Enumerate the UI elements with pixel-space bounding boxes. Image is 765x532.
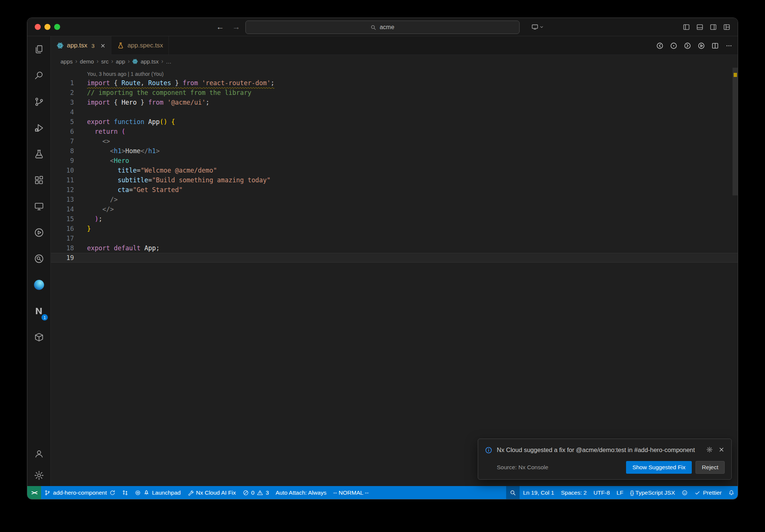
account-icon (34, 448, 44, 459)
navigate-back-arrow-icon[interactable]: ← (216, 22, 224, 31)
code-line-2[interactable]: 2// importing the component from the lib… (51, 88, 738, 98)
breadcrumb-item-apps[interactable]: apps (61, 58, 73, 65)
status-eol-label: LF (617, 489, 623, 496)
status-git-compare[interactable] (119, 486, 131, 499)
code-line-13[interactable]: 13 /> (51, 195, 738, 204)
zoom-window-button[interactable] (54, 24, 60, 30)
code-line-1[interactable]: 1import { Route, Routes } from 'react-ro… (51, 78, 738, 88)
activity-code-search[interactable] (27, 245, 50, 272)
code-line-12[interactable]: 12 cta="Get Started" (51, 185, 738, 195)
chevron-down-icon (539, 25, 544, 29)
title-bar[interactable]: ← → acme (27, 18, 738, 36)
activity-edge-devtools[interactable] (27, 272, 50, 298)
run-file-icon[interactable] (698, 42, 705, 49)
code-editor[interactable]: You, 3 hours ago | 1 author (You) 1impor… (51, 68, 738, 486)
status-indentation[interactable]: Spaces: 2 (558, 486, 590, 499)
status-zoom[interactable] (506, 486, 520, 499)
status-git-branch[interactable]: add-hero-component (41, 486, 119, 499)
code-line-19[interactable]: 19 (51, 253, 738, 263)
reject-button[interactable]: Reject (696, 461, 725, 474)
status-nx-cloud-ai-fix[interactable]: Nx Cloud AI Fix (184, 486, 239, 499)
status-git-branch-label: add-hero-component (53, 489, 107, 496)
timeline-icon[interactable] (670, 42, 677, 49)
status-feedback[interactable] (678, 486, 691, 499)
activity-settings[interactable] (27, 464, 50, 486)
activity-npm-scripts[interactable] (27, 324, 50, 350)
status-auto-attach[interactable]: Auto Attach: Always (272, 486, 330, 499)
navigate-forward-icon[interactable] (684, 42, 691, 49)
breadcrumb-item-app[interactable]: app (116, 58, 125, 65)
code-line-17[interactable]: 17 (51, 233, 738, 243)
breadcrumb-item-…[interactable]: … (166, 58, 171, 65)
more-actions-icon[interactable] (725, 42, 733, 49)
tab-app.spec.tsx[interactable]: app.spec.tsx (111, 36, 168, 55)
breadcrumb-item-src[interactable]: src (101, 58, 109, 65)
toggle-primary-sidebar-icon[interactable] (683, 24, 690, 31)
code-line-18[interactable]: 18export default App; (51, 243, 738, 253)
code-line-11[interactable]: 11 subtitle="Build something amazing tod… (51, 175, 738, 185)
line-content: import { Route, Routes } from 'react-rou… (74, 78, 275, 88)
status-problems[interactable]: 03 (239, 486, 272, 499)
code-line-4[interactable]: 4 (51, 107, 738, 117)
status-indentation-label: Spaces: 2 (561, 489, 587, 496)
show-suggested-fix-button[interactable]: Show Suggested Fix (626, 461, 692, 474)
status-formatter[interactable]: Prettier (691, 486, 725, 499)
activity-explorer[interactable] (27, 36, 50, 62)
split-editor-icon[interactable] (712, 42, 719, 49)
code-line-5[interactable]: 5export function App() { (51, 117, 738, 127)
breadcrumb-item-app.tsx[interactable]: app.tsx (140, 58, 158, 65)
command-center-search[interactable]: acme (245, 21, 520, 34)
status-cursor-position[interactable]: Ln 19, Col 1 (520, 486, 558, 499)
status-launchpad[interactable]: Launchpad (131, 486, 184, 499)
code-line-15[interactable]: 15 ); (51, 214, 738, 224)
status-eol[interactable]: LF (613, 486, 627, 499)
toggle-panel-icon[interactable] (696, 24, 703, 31)
activity-accounts[interactable] (27, 443, 50, 464)
line-content (74, 233, 87, 243)
minimize-window-button[interactable] (44, 24, 50, 30)
breadcrumb-item-demo[interactable]: demo (80, 58, 94, 65)
activity-testing[interactable] (27, 141, 50, 167)
activity-run-target[interactable] (27, 219, 50, 245)
notification-close-icon[interactable] (718, 446, 725, 453)
activity-search[interactable] (27, 62, 50, 89)
line-content: <Hero (74, 156, 129, 166)
code-line-16[interactable]: 16} (51, 224, 738, 233)
code-line-3[interactable]: 3import { Hero } from '@acme/ui'; (51, 98, 738, 107)
code-line-8[interactable]: 8 <h1>Home</h1> (51, 146, 738, 156)
sync-icon (109, 490, 115, 496)
line-number: 1 (51, 78, 74, 88)
scrollbar[interactable] (733, 68, 738, 486)
close-window-button[interactable] (35, 24, 41, 30)
tab-app.tsx[interactable]: app.tsx3 (51, 36, 111, 55)
notification-settings-gear-icon[interactable] (706, 446, 713, 453)
status-encoding[interactable]: UTF-8 (590, 486, 613, 499)
code-line-9[interactable]: 9 <Hero (51, 156, 738, 166)
codelens-annotation[interactable]: You, 3 hours ago | 1 author (You) (51, 70, 738, 78)
status-vim-mode[interactable]: -- NORMAL -- (330, 486, 372, 499)
code-line-6[interactable]: 6 return ( (51, 127, 738, 136)
status-remote-indicator[interactable]: >< (27, 486, 41, 499)
activity-extensions[interactable] (27, 167, 50, 193)
navigate-forward-arrow-icon[interactable]: → (232, 22, 240, 31)
line-content: import { Hero } from '@acme/ui'; (74, 98, 210, 107)
status-notifications-bell[interactable] (725, 486, 738, 499)
line-number: 11 (51, 175, 74, 185)
breadcrumb-separator: › (96, 58, 98, 65)
layout-controls (683, 18, 730, 36)
activity-remote-explorer[interactable] (27, 193, 50, 219)
scrollbar-slider[interactable] (733, 68, 738, 195)
navigate-back-icon[interactable] (656, 42, 663, 49)
code-line-7[interactable]: 7 <> (51, 136, 738, 146)
activity-nx-console[interactable]: 1 (27, 298, 50, 324)
customize-layout-icon[interactable] (723, 24, 730, 31)
line-content: export default App; (74, 243, 160, 253)
activity-run-and-debug[interactable] (27, 115, 50, 141)
tab-close-icon[interactable] (100, 43, 106, 49)
code-line-10[interactable]: 10 title="Welcmoe @acme/demo" (51, 166, 738, 175)
remote-host-button[interactable] (532, 18, 544, 36)
activity-source-control[interactable] (27, 89, 50, 115)
code-line-14[interactable]: 14 </> (51, 204, 738, 214)
status-language-mode[interactable]: {} TypeScript JSX (627, 486, 678, 499)
toggle-secondary-sidebar-icon[interactable] (710, 24, 717, 31)
